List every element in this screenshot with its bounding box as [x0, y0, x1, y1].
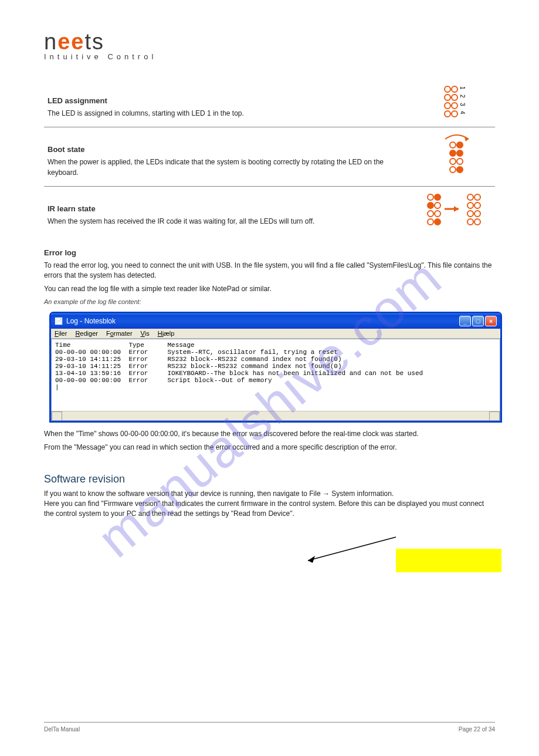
svg-point-28 [435, 219, 440, 225]
svg-point-3 [452, 95, 457, 100]
svg-point-35 [467, 211, 473, 217]
notepad-titlebar[interactable]: 📄 Log - Notesblok _ □ × [51, 313, 500, 329]
log-header: Time Type Message [55, 342, 195, 349]
svg-point-16 [457, 150, 463, 156]
svg-line-39 [308, 537, 396, 561]
log-line-4: 00-00-00 00:00:00 Error Script block--Ou… [55, 377, 272, 384]
svg-point-15 [450, 150, 456, 156]
svg-text:2: 2 [459, 95, 466, 98]
log-text-area[interactable]: Time Type Message 00-00-00 00:00:00 Erro… [51, 339, 500, 421]
menu-filer[interactable]: Filer [55, 330, 67, 337]
svg-point-21 [428, 194, 433, 200]
log-line-2: 29-03-10 14:11:25 Error RS232 block--RS2… [55, 363, 341, 370]
svg-text:3: 3 [459, 103, 466, 106]
software-revision-heading: Software revision [44, 473, 495, 485]
svg-point-17 [450, 158, 456, 164]
row-ir-learn-text: IR learn state When the system has recei… [44, 187, 419, 235]
svg-point-38 [474, 219, 480, 225]
svg-point-23 [428, 203, 433, 208]
annotation-block [44, 537, 495, 572]
svg-point-32 [474, 194, 480, 200]
notepad-app-icon: 📄 [55, 317, 63, 325]
svg-point-26 [435, 211, 440, 217]
svg-point-19 [450, 167, 456, 173]
logo-line1: neets [44, 29, 495, 55]
svg-point-0 [445, 86, 450, 92]
svg-point-6 [445, 111, 450, 117]
software-revision-body: If you want to know the software version… [44, 489, 495, 519]
svg-point-20 [457, 167, 463, 173]
log-line-0: 00-00-00 00:00:00 Error System--RTC, osc… [55, 349, 338, 356]
led-assignment-title: LED assignment [48, 96, 415, 105]
window-title: Log - Notesblok [66, 317, 116, 325]
notepad-menubar: Filer Rediger Formater Vis Hjælp [51, 329, 500, 339]
svg-point-24 [435, 203, 440, 208]
led-numbers-icon: 1234 [419, 79, 495, 127]
error-log-p3: An example of the log file content: [44, 298, 495, 305]
svg-point-37 [467, 219, 473, 225]
logo-line2: Intuitive Control [44, 52, 495, 61]
svg-point-14 [457, 142, 463, 148]
menu-hjaelp[interactable]: Hjælp [158, 330, 175, 337]
error-log-messages: From the "Message" you can read in which… [44, 443, 495, 453]
log-line-1: 29-03-10 14:11:25 Error RS232 block--RS2… [55, 356, 341, 363]
ir-learn-title: IR learn state [48, 204, 415, 213]
svg-point-2 [445, 95, 450, 100]
brand-logo: neets Intuitive Control [44, 29, 495, 61]
error-log-p2: You can read the log file with a simple … [44, 284, 495, 294]
svg-point-27 [428, 219, 433, 225]
menu-formater[interactable]: Formater [106, 330, 133, 337]
svg-text:1: 1 [459, 86, 466, 90]
row-boot-state-text: Boot state When the power is applied, th… [44, 127, 419, 187]
maximize-button[interactable]: □ [472, 316, 484, 326]
highlight-box [396, 549, 501, 572]
footer-right: Page 22 of 34 [459, 726, 495, 733]
svg-point-31 [467, 194, 473, 200]
svg-point-34 [474, 203, 480, 208]
svg-text:4: 4 [459, 111, 466, 114]
svg-point-4 [445, 103, 450, 109]
svg-point-5 [452, 103, 457, 109]
svg-point-33 [467, 203, 473, 208]
error-log-p1: To read the error log, you need to conne… [44, 261, 495, 281]
svg-point-22 [435, 194, 440, 200]
row-led-assignment-text: LED assignment The LED is assigned in co… [44, 79, 419, 127]
ir-learn-desc: When the system has received the IR code… [48, 217, 415, 227]
svg-point-7 [452, 111, 457, 117]
boot-state-title: Boot state [48, 145, 415, 154]
svg-point-1 [452, 86, 457, 92]
footer-left: DelTa Manual [44, 726, 80, 733]
boot-state-desc: When the power is applied, the LEDs indi… [48, 157, 415, 178]
svg-point-25 [428, 211, 433, 217]
minimize-button[interactable]: _ [459, 316, 471, 326]
svg-point-36 [474, 211, 480, 217]
ir-learn-icon [419, 187, 495, 235]
led-info-table: LED assignment The LED is assigned in co… [44, 79, 495, 235]
arrow-icon [302, 531, 408, 566]
close-button[interactable]: × [485, 316, 497, 326]
error-log-note: When the "Time" shows 00-00-00 00:00:00,… [44, 429, 495, 439]
error-log-heading: Error log [44, 248, 495, 257]
svg-marker-30 [454, 206, 459, 212]
log-line-3: 13-04-10 13:59:16 Error IOKEYBOARD--The … [55, 370, 423, 377]
svg-point-13 [450, 142, 456, 148]
menu-vis[interactable]: Vis [141, 330, 150, 337]
notepad-window: 📄 Log - Notesblok _ □ × Filer Rediger Fo… [50, 312, 501, 422]
svg-point-18 [457, 158, 463, 164]
led-assignment-desc: The LED is assigned in columns, starting… [48, 109, 415, 119]
menu-rediger[interactable]: Rediger [75, 330, 98, 337]
page-footer: DelTa Manual Page 22 of 34 [44, 722, 495, 733]
boot-state-icon [419, 127, 495, 187]
horizontal-scrollbar[interactable] [52, 411, 500, 420]
